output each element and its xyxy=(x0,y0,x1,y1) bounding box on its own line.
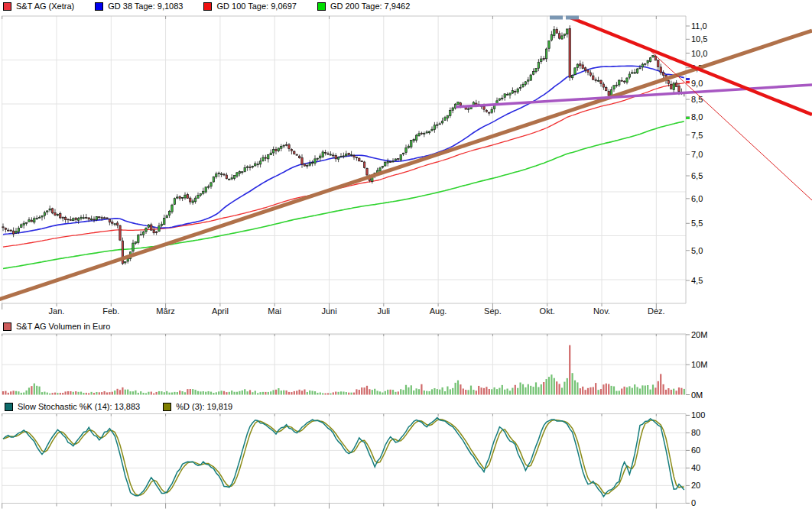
stochastic-panel-legend: Slow Stochastic %K (14): 13,883 %D (3): … xyxy=(5,402,232,411)
stock-chart-canvas[interactable]: Jan.Feb.MärzAprilMaiJuniJuliAug.Sep.Okt.… xyxy=(0,0,812,512)
stoch-tick-label: 60 xyxy=(691,446,700,455)
legend-item-volume: S&T AG Volumen in Euro xyxy=(3,322,110,331)
stoch-k-color-icon xyxy=(5,403,13,411)
volume-color-icon xyxy=(3,322,11,331)
price-series xyxy=(2,25,685,268)
price-tick-label: 5,5 xyxy=(691,219,703,228)
candles xyxy=(2,25,685,265)
price-tick-label: 10,0 xyxy=(691,49,707,58)
volume-title: S&T AG Volumen in Euro xyxy=(16,322,110,331)
month-label: Okt. xyxy=(540,306,555,316)
stoch-tick-label: 40 xyxy=(691,463,700,472)
month-label: April xyxy=(212,306,229,316)
gd38-color-icon xyxy=(95,2,103,11)
chart-title: S&T AG (Xetra) xyxy=(16,2,74,11)
month-label: Aug. xyxy=(430,306,447,316)
stock-chart-page: Jan.Feb.MärzAprilMaiJuniJuliAug.Sep.Okt.… xyxy=(0,0,812,512)
legend-item-gd38: GD 38 Tage: 9,1083 xyxy=(95,2,183,11)
volume-tick-label: 10M xyxy=(691,360,707,369)
price-tick-label: 6,5 xyxy=(691,171,703,180)
volume-bars xyxy=(2,345,685,395)
month-label: Juli xyxy=(378,306,391,316)
month-label: März xyxy=(156,306,174,316)
x-axis-month-labels: Jan.Feb.MärzAprilMaiJuniJuliAug.Sep.Okt.… xyxy=(49,306,665,316)
gd38-label: GD 38 Tage: 9,1083 xyxy=(108,2,183,11)
gd100-label: GD 100 Tage: 9,0697 xyxy=(216,2,296,11)
gd100-color-icon xyxy=(203,2,212,11)
volume-tick-label: 0M xyxy=(691,390,703,400)
price-tick-label: 6,0 xyxy=(691,194,703,203)
legend-item-gd200: GD 200 Tage: 7,9462 xyxy=(317,2,410,11)
stoch-tick-label: 0 xyxy=(691,498,696,507)
month-label: Juni xyxy=(321,306,336,316)
price-tick-label: 8,0 xyxy=(691,112,703,122)
price-tick-label: 10,5 xyxy=(691,34,707,44)
stoch-tick-label: 20 xyxy=(691,481,700,490)
volume-tick-label: 20M xyxy=(691,330,707,339)
month-label: Sep. xyxy=(484,306,502,316)
uptrend-line xyxy=(0,31,812,300)
month-label: Nov. xyxy=(593,306,610,316)
stoch-d-label: %D (3): 19,819 xyxy=(176,402,232,411)
stoch-k-label: Slow Stochastic %K (14): 13,883 xyxy=(18,402,140,411)
month-label: Jan. xyxy=(49,306,65,316)
legend-item-stoch-k: Slow Stochastic %K (14): 13,883 xyxy=(5,402,140,411)
month-label: Dez. xyxy=(648,306,665,316)
price-tick-label: 8,5 xyxy=(691,95,703,104)
gd200-color-icon xyxy=(317,2,326,11)
price-tick-label: 9,0 xyxy=(691,79,703,88)
price-tick-label: 7,0 xyxy=(691,150,703,159)
month-label: Mai xyxy=(268,306,281,316)
series-color-icon xyxy=(3,2,11,11)
legend-item-title: S&T AG (Xetra) xyxy=(3,2,74,11)
downtrend-thin-line xyxy=(649,50,812,200)
volume-panel-legend: S&T AG Volumen in Euro xyxy=(3,322,110,331)
stoch-tick-label: 80 xyxy=(691,428,700,437)
price-tick-label: 4,5 xyxy=(691,276,703,285)
volume-panel: 20M10M0M xyxy=(2,330,707,400)
legend-item-stoch-d: %D (3): 19,819 xyxy=(163,402,232,411)
price-tick-label: 5,0 xyxy=(691,246,703,255)
main-chart-legend: S&T AG (Xetra) GD 38 Tage: 9,1083 GD 100… xyxy=(3,2,410,11)
price-axis-labels: 11,010,510,09,59,08,58,07,57,06,56,05,55… xyxy=(686,21,707,285)
stoch-tick-label: 100 xyxy=(691,410,705,420)
price-tick-label: 11,0 xyxy=(691,21,707,31)
gd200-label: GD 200 Tage: 7,9462 xyxy=(330,2,410,11)
price-tick-label: 7,5 xyxy=(691,131,703,140)
month-label: Feb. xyxy=(102,306,119,316)
stoch-d-color-icon xyxy=(163,403,171,411)
ma-line-38 xyxy=(3,66,684,234)
stochastic-panel: 100806040200 xyxy=(2,410,705,508)
legend-item-gd100: GD 100 Tage: 9,0697 xyxy=(203,2,296,11)
stoch-d-line xyxy=(3,420,684,495)
ma-line-200 xyxy=(3,122,684,269)
